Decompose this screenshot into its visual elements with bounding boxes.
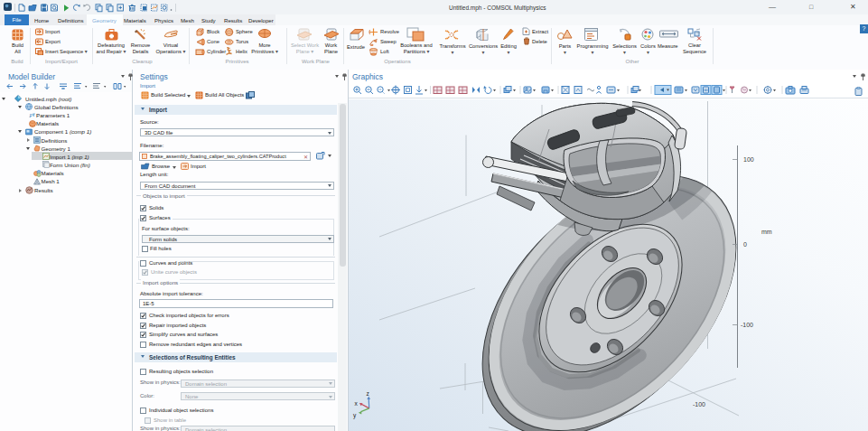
svg-text:x: x xyxy=(355,400,359,407)
svg-text:100: 100 xyxy=(743,156,754,163)
svg-text:-100: -100 xyxy=(693,401,705,408)
svg-text:-100: -100 xyxy=(741,322,753,328)
svg-text:mm: mm xyxy=(761,229,772,235)
svg-text:0: 0 xyxy=(743,241,747,248)
svg-text:P: P xyxy=(29,112,33,118)
svg-text:y: y xyxy=(353,412,357,419)
svg-text:z: z xyxy=(367,390,369,397)
